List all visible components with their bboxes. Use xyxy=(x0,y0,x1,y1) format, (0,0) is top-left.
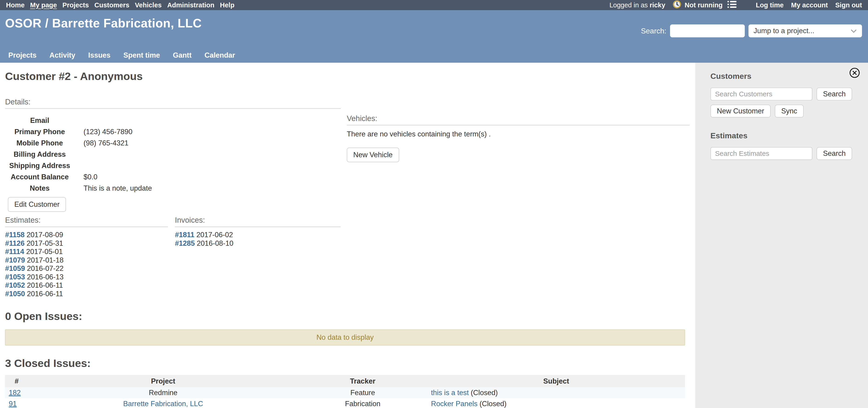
list-icon[interactable] xyxy=(727,0,737,10)
estimate-date: 2017-05-01 xyxy=(26,247,63,256)
topmenu-home[interactable]: Home xyxy=(6,1,25,9)
estimates-section: Estimates: #1158 2017-08-09 #1126 2017-0… xyxy=(5,215,168,298)
tab-activity[interactable]: Activity xyxy=(50,51,75,60)
sync-button[interactable]: Sync xyxy=(775,105,804,117)
table-row: 91 Barrette Fabrication, LLC Fabrication… xyxy=(5,398,685,408)
field-value: $0.0 xyxy=(74,173,97,181)
sign-out-link[interactable]: Sign out xyxy=(835,1,862,9)
tab-projects[interactable]: Projects xyxy=(8,51,36,60)
field-row-billing-address: Billing Address xyxy=(5,149,341,160)
topmenu-my-page[interactable]: My page xyxy=(30,1,57,9)
field-value: (123) 456-7890 xyxy=(74,128,132,136)
details-vehicles-row: Details: Email Primary Phone (123) 456-7… xyxy=(5,97,690,212)
estimates-search-button[interactable]: Search xyxy=(816,147,852,160)
list-item: #1079 2017-01-18 xyxy=(5,256,168,265)
clock-icon[interactable] xyxy=(673,0,681,10)
close-icon[interactable] xyxy=(849,67,860,78)
tab-spent-time[interactable]: Spent time xyxy=(123,51,160,60)
main-layout: Customer #2 - Anonymous Details: Email P… xyxy=(0,63,868,408)
logged-in-status: Logged in as ricky xyxy=(609,1,665,9)
chevron-down-icon xyxy=(850,27,857,35)
list-item: #1050 2016-06-11 xyxy=(5,290,168,298)
list-item: #1811 2017-06-02 xyxy=(175,231,341,239)
sidebar-estimates-heading: Estimates xyxy=(710,131,861,141)
my-account-link[interactable]: My account xyxy=(791,1,828,9)
topmenu-help[interactable]: Help xyxy=(220,1,235,9)
issue-subject-cell: Rocker Panels (Closed) xyxy=(427,398,685,408)
field-row-mobile-phone: Mobile Phone (98) 765-4321 xyxy=(5,137,341,149)
top-menu-left: Home My page Projects Customers Vehicles… xyxy=(6,1,235,9)
invoice-link[interactable]: #1811 xyxy=(175,231,194,239)
tab-calendar[interactable]: Calendar xyxy=(205,51,235,60)
estimate-link[interactable]: #1052 xyxy=(5,281,25,289)
issue-subject-link[interactable]: this is a test xyxy=(431,388,469,397)
list-item: #1126 2017-05-31 xyxy=(5,239,168,248)
main-menu-tabs: Projects Activity Issues Spent time Gant… xyxy=(8,51,235,60)
estimate-link[interactable]: #1059 xyxy=(5,264,25,272)
field-row-account-balance: Account Balance $0.0 xyxy=(5,171,341,182)
search-customers-input[interactable] xyxy=(710,88,812,101)
tab-gantt[interactable]: Gantt xyxy=(173,51,191,60)
logged-in-username: ricky xyxy=(650,1,665,9)
app-header: OSOR / Barrette Fabrication, LLC Search:… xyxy=(0,10,868,63)
issue-id-cell: 182 xyxy=(5,387,28,398)
topmenu-projects[interactable]: Projects xyxy=(63,1,89,9)
issue-id-link[interactable]: 91 xyxy=(9,400,17,408)
vehicles-heading: Vehicles: xyxy=(347,114,690,123)
column-header-project: Project xyxy=(28,375,298,387)
vehicles-section: Vehicles: There are no vehicles containi… xyxy=(347,97,690,212)
topmenu-administration[interactable]: Administration xyxy=(167,1,215,9)
list-item: #1114 2017-05-01 xyxy=(5,247,168,256)
issue-project-link[interactable]: Barrette Fabrication, LLC xyxy=(123,400,203,408)
field-label: Primary Phone xyxy=(5,128,74,136)
search-label: Search: xyxy=(641,27,666,35)
estimate-link[interactable]: #1079 xyxy=(5,256,25,264)
customers-actions-row: New Customer Sync xyxy=(710,105,861,117)
estimate-link[interactable]: #1158 xyxy=(5,231,25,239)
invoice-link[interactable]: #1285 xyxy=(175,239,195,247)
issue-subject-cell: this is a test (Closed) xyxy=(427,387,685,398)
top-menu-bar: Home My page Projects Customers Vehicles… xyxy=(0,0,868,10)
estimates-search-row: Search xyxy=(710,147,861,160)
timer-status-label: Not running xyxy=(685,1,722,9)
log-time-link[interactable]: Log time xyxy=(756,1,784,9)
search-estimates-input[interactable] xyxy=(710,147,812,160)
details-divider xyxy=(5,108,341,109)
table-header-row: # Project Tracker Subject xyxy=(5,375,685,387)
invoice-date: 2017-06-02 xyxy=(196,231,233,239)
details-fields: Email Primary Phone (123) 456-7890 Mobil… xyxy=(5,115,341,194)
details-heading: Details: xyxy=(5,97,341,106)
field-label: Shipping Address xyxy=(5,162,74,170)
issue-project-cell: Barrette Fabrication, LLC xyxy=(28,398,298,408)
issue-subject-link[interactable]: Rocker Panels xyxy=(431,400,477,408)
list-item: #1285 2016-08-10 xyxy=(175,239,341,248)
new-vehicle-button[interactable]: New Vehicle xyxy=(347,147,399,162)
jump-to-project-value: Jump to a project... xyxy=(753,27,814,35)
search-input[interactable] xyxy=(670,25,745,37)
jump-to-project-select[interactable]: Jump to a project... xyxy=(748,25,862,37)
estimate-link[interactable]: #1126 xyxy=(5,239,25,247)
estimate-date: 2017-08-09 xyxy=(27,231,63,239)
estimate-date: 2016-06-13 xyxy=(27,273,64,281)
customers-search-button[interactable]: Search xyxy=(816,88,852,101)
invoices-heading: Invoices: xyxy=(175,215,341,225)
tab-issues[interactable]: Issues xyxy=(88,51,111,60)
column-header-id: # xyxy=(5,375,28,387)
field-label: Billing Address xyxy=(5,150,74,159)
invoices-divider xyxy=(175,227,341,227)
topmenu-customers[interactable]: Customers xyxy=(94,1,129,9)
field-value: (98) 765-4321 xyxy=(74,139,128,147)
estimate-link[interactable]: #1114 xyxy=(5,247,24,256)
edit-customer-button[interactable]: Edit Customer xyxy=(8,197,66,212)
issue-status-suffix: (Closed) xyxy=(477,400,507,408)
list-item: #1052 2016-06-11 xyxy=(5,281,168,290)
field-row-primary-phone: Primary Phone (123) 456-7890 xyxy=(5,126,341,137)
estimates-invoices-row: Estimates: #1158 2017-08-09 #1126 2017-0… xyxy=(5,215,690,298)
column-header-subject: Subject xyxy=(427,375,685,387)
new-customer-button[interactable]: New Customer xyxy=(710,105,771,117)
estimate-link[interactable]: #1050 xyxy=(5,290,25,298)
issue-id-link[interactable]: 182 xyxy=(9,388,21,397)
topmenu-vehicles[interactable]: Vehicles xyxy=(135,1,162,9)
estimate-link[interactable]: #1053 xyxy=(5,273,25,281)
estimate-date: 2016-06-11 xyxy=(27,281,63,289)
